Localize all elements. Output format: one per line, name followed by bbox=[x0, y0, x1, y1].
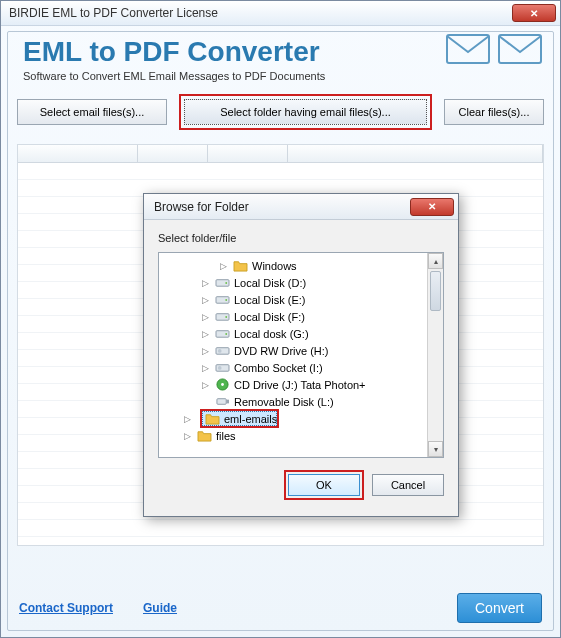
tree-item[interactable]: ▷Local Disk (D:) bbox=[159, 274, 443, 291]
svg-point-11 bbox=[217, 349, 221, 353]
tree-item-label: Windows bbox=[252, 260, 297, 272]
window-title: BIRDIE EML to PDF Converter License bbox=[9, 6, 512, 20]
expander-icon[interactable]: ▷ bbox=[201, 329, 210, 338]
expander-icon[interactable]: ▷ bbox=[201, 346, 210, 355]
tree-item[interactable]: ▷Local dosk (G:) bbox=[159, 325, 443, 342]
tree-item-label: Local Disk (F:) bbox=[234, 311, 305, 323]
tree-item[interactable]: Removable Disk (L:) bbox=[159, 393, 443, 410]
col-header[interactable] bbox=[138, 145, 208, 162]
svg-point-5 bbox=[225, 299, 227, 301]
tree-item-label: Local Disk (E:) bbox=[234, 294, 306, 306]
envelope-decoration bbox=[446, 34, 542, 64]
envelope-icon bbox=[498, 34, 542, 64]
svg-rect-1 bbox=[499, 35, 541, 63]
dialog-titlebar: Browse for Folder ✕ bbox=[144, 194, 458, 220]
dialog-title: Browse for Folder bbox=[154, 200, 410, 214]
tree-item-label: Local Disk (D:) bbox=[234, 277, 306, 289]
cancel-button[interactable]: Cancel bbox=[372, 474, 444, 496]
expander-icon[interactable]: ▷ bbox=[201, 363, 210, 372]
folder-icon bbox=[204, 412, 220, 426]
dvd-icon bbox=[214, 344, 230, 358]
drive-icon bbox=[214, 293, 230, 307]
scrollbar[interactable]: ▴▾ bbox=[427, 253, 443, 457]
tree-item-selected[interactable]: ▷eml-emails bbox=[159, 410, 443, 427]
scroll-thumb[interactable] bbox=[430, 271, 441, 311]
tree-item-label: CD Drive (J:) Tata Photon+ bbox=[234, 379, 366, 391]
cd-icon bbox=[214, 378, 230, 392]
envelope-icon bbox=[446, 34, 490, 64]
svg-point-13 bbox=[217, 366, 221, 370]
svg-point-3 bbox=[225, 282, 227, 284]
ok-highlight: OK bbox=[284, 470, 364, 500]
col-header[interactable] bbox=[288, 145, 543, 162]
drive-icon bbox=[214, 276, 230, 290]
app-subtitle: Software to Convert EML Email Messages t… bbox=[23, 70, 538, 82]
close-icon[interactable]: ✕ bbox=[512, 4, 556, 22]
folder-icon bbox=[232, 259, 248, 273]
col-header[interactable] bbox=[208, 145, 288, 162]
convert-button[interactable]: Convert bbox=[457, 593, 542, 623]
usb-icon bbox=[214, 395, 230, 409]
select-files-button[interactable]: Select email files(s)... bbox=[17, 99, 167, 125]
guide-link[interactable]: Guide bbox=[143, 601, 177, 615]
expander-icon[interactable]: ▷ bbox=[201, 295, 210, 304]
list-row bbox=[18, 163, 543, 180]
svg-rect-0 bbox=[447, 35, 489, 63]
tree-item[interactable]: ▷CD Drive (J:) Tata Photon+ bbox=[159, 376, 443, 393]
drive-icon bbox=[214, 310, 230, 324]
expander-icon[interactable]: ▷ bbox=[201, 380, 210, 389]
select-folder-button[interactable]: Select folder having email files(s)... bbox=[184, 99, 427, 125]
tree-item[interactable]: ▷Local Disk (F:) bbox=[159, 308, 443, 325]
expander-icon[interactable]: ▷ bbox=[201, 278, 210, 287]
tree-item[interactable]: ▷files bbox=[159, 427, 443, 444]
expander-icon[interactable]: ▷ bbox=[183, 431, 192, 440]
svg-rect-16 bbox=[216, 399, 225, 405]
expander-icon[interactable]: ▷ bbox=[201, 312, 210, 321]
select-folder-highlight: Select folder having email files(s)... bbox=[179, 94, 432, 130]
tree-item-label: Combo Socket (I:) bbox=[234, 362, 323, 374]
main-titlebar: BIRDIE EML to PDF Converter License ✕ bbox=[1, 1, 560, 26]
clear-files-button[interactable]: Clear files(s)... bbox=[444, 99, 544, 125]
tree-item[interactable]: ▷Combo Socket (I:) bbox=[159, 359, 443, 376]
tree-item-label: eml-emails bbox=[224, 413, 277, 425]
tree-item[interactable]: ▷DVD RW Drive (H:) bbox=[159, 342, 443, 359]
dialog-label: Select folder/file bbox=[158, 232, 444, 244]
folder-icon bbox=[196, 429, 212, 443]
browse-folder-dialog: Browse for Folder ✕ Select folder/file ▷… bbox=[143, 193, 459, 517]
tree-item-label: Local dosk (G:) bbox=[234, 328, 309, 340]
ok-button[interactable]: OK bbox=[288, 474, 360, 496]
tree-item[interactable]: ▷Windows bbox=[159, 257, 443, 274]
selection-highlight: eml-emails bbox=[200, 409, 279, 428]
list-row bbox=[18, 520, 543, 537]
expander-icon[interactable] bbox=[201, 397, 210, 406]
svg-point-15 bbox=[221, 383, 224, 386]
main-window: BIRDIE EML to PDF Converter License ✕ EM… bbox=[0, 0, 561, 638]
expander-icon[interactable]: ▷ bbox=[219, 261, 228, 270]
tree-item[interactable]: ▷Local Disk (E:) bbox=[159, 291, 443, 308]
svg-point-9 bbox=[225, 333, 227, 335]
tree-item-label: Removable Disk (L:) bbox=[234, 396, 334, 408]
svg-rect-17 bbox=[226, 400, 229, 404]
svg-point-7 bbox=[225, 316, 227, 318]
col-header[interactable] bbox=[18, 145, 138, 162]
footer: Contact Support Guide Convert bbox=[19, 593, 542, 623]
expander-icon[interactable]: ▷ bbox=[183, 414, 192, 423]
contact-support-link[interactable]: Contact Support bbox=[19, 601, 113, 615]
scroll-down-icon[interactable]: ▾ bbox=[428, 441, 443, 457]
tree-item-label: DVD RW Drive (H:) bbox=[234, 345, 329, 357]
dvd-icon bbox=[214, 361, 230, 375]
drive-icon bbox=[214, 327, 230, 341]
app-header: EML to PDF Converter Software to Convert… bbox=[1, 26, 560, 88]
dialog-body: Select folder/file ▷Windows▷Local Disk (… bbox=[144, 220, 458, 510]
tree-item-label: files bbox=[216, 430, 236, 442]
folder-tree[interactable]: ▷Windows▷Local Disk (D:)▷Local Disk (E:)… bbox=[158, 252, 444, 458]
list-header bbox=[18, 145, 543, 163]
scroll-up-icon[interactable]: ▴ bbox=[428, 253, 443, 269]
toolbar: Select email files(s)... Select folder h… bbox=[1, 88, 560, 138]
close-icon[interactable]: ✕ bbox=[410, 198, 454, 216]
dialog-actions: OK Cancel bbox=[158, 470, 444, 500]
